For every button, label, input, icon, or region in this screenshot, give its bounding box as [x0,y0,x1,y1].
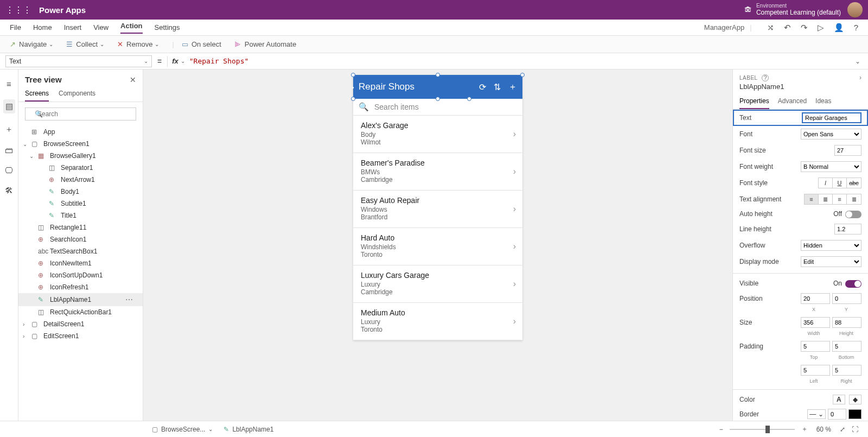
treeview-icon[interactable]: ▤ [3,99,15,113]
align-left-button[interactable]: ≡ [805,194,819,204]
align-right-button[interactable]: ≡ [833,194,847,204]
fontsize-input[interactable] [834,145,861,156]
add-icon[interactable]: ＋ [508,81,517,93]
align-center-button[interactable]: ≣ [819,194,833,204]
autoheight-toggle[interactable] [845,211,861,218]
zoom-slider[interactable] [730,429,795,430]
tab-screens[interactable]: Screens [25,86,49,102]
tab-advanced[interactable]: Advanced [778,94,807,109]
formula-expand-icon[interactable]: ⌄ [855,58,860,65]
node-searchicon[interactable]: ⊕SearchIcon1 [18,233,143,245]
node-iconsort[interactable]: ⊕IconSortUpDown1 [18,269,143,281]
gallery-item[interactable]: Beamer's ParadiseBMWsCambridge› [353,153,522,191]
menu-view[interactable]: View [93,23,108,31]
menu-file[interactable]: File [10,23,21,31]
sort-icon[interactable]: ⇅ [494,82,501,92]
text-input[interactable] [802,112,861,123]
pad-bottom-input[interactable] [832,341,861,352]
gallery-item[interactable]: Medium AutoLuxuryToronto› [353,303,522,340]
info-icon[interactable]: ? [762,74,769,81]
align-segment[interactable]: ≡ ≣ ≡ ≣ [804,194,861,205]
position-x-input[interactable] [801,293,830,304]
fontstyle-segment[interactable]: I U abc [818,178,861,188]
lineheight-input[interactable] [834,224,861,235]
device-header[interactable]: • Repair Shops ⟳ ⇅ ＋ [353,75,522,99]
onselect-button[interactable]: ▭ On select [182,40,221,48]
play-icon[interactable]: ▷ [818,23,824,33]
chevron-right-icon[interactable]: › [513,242,516,251]
canvas[interactable]: • Repair Shops ⟳ ⇅ ＋ 🔍 Search items Alex… [143,69,732,421]
italic-button[interactable]: I [819,178,833,188]
chevron-right-icon[interactable]: › [513,129,516,139]
help-icon[interactable]: ? [854,23,858,32]
size-w-input[interactable] [801,317,830,328]
formula-text[interactable]: "Repair Shops" [189,57,855,65]
app-launcher-icon[interactable]: ⋮⋮⋮ [5,5,31,15]
node-browsescreen[interactable]: ⌄▢BrowseScreen1 [18,138,143,150]
collect-button[interactable]: ☰ Collect ⌄ [66,40,104,48]
chevron-right-icon[interactable]: › [513,204,516,214]
refresh-icon[interactable]: ⟳ [479,82,486,92]
node-iconnewitem[interactable]: ⊕IconNewItem1 [18,257,143,269]
gallery-item[interactable]: Alex's GarageBodyWilmot› [353,116,522,153]
media-icon[interactable]: 🖵 [5,166,13,175]
pad-right-input[interactable] [832,365,861,376]
tab-properties[interactable]: Properties [739,94,769,109]
skip-icon[interactable]: ⤭ [767,23,774,33]
fullscreen-button[interactable]: ⛶ [852,426,858,433]
tab-ideas[interactable]: Ideas [815,94,831,109]
gallery-item[interactable]: Easy Auto RepairWindowsBrantford› [353,191,522,228]
node-browsegallery[interactable]: ⌄▦BrowseGallery1 [18,150,143,162]
remove-button[interactable]: ✕ Remove ⌄ [117,40,159,48]
node-title[interactable]: ✎Title1 [18,210,143,221]
close-icon[interactable]: ✕ [130,75,136,84]
gallery-item[interactable]: Hard AutoWindshieldsToronto› [353,228,522,265]
chevron-right-icon[interactable]: › [513,279,516,289]
hamburger-icon[interactable]: ≡ [7,79,11,88]
powerautomate-button[interactable]: ⫸ Power Automate [234,40,296,48]
avatar[interactable] [847,2,863,17]
chevron-right-icon[interactable]: › [513,167,516,176]
zoom-in-button[interactable]: ＋ [801,425,808,434]
font-select[interactable]: Open Sans [801,129,861,140]
underline-button[interactable]: U [833,178,847,188]
visible-toggle[interactable] [845,280,861,288]
node-detailscreen[interactable]: ›▢DetailScreen1 [18,318,143,330]
share-icon[interactable]: 👤 [834,23,844,33]
chevron-right-icon[interactable]: › [513,316,516,326]
position-y-input[interactable] [832,293,861,304]
node-subtitle[interactable]: ✎Subtitle1 [18,198,143,210]
property-dropdown[interactable]: Text ⌄ [5,55,152,67]
undo-icon[interactable]: ↶ [784,23,791,33]
fx-icon[interactable]: fx [172,57,178,65]
environment-picker[interactable]: 🏚 Environment Competent Learning (defaul… [744,3,841,16]
breadcrumb-control[interactable]: ✎ LblAppName1 [224,426,273,433]
node-editscreen[interactable]: ›▢EditScreen1 [18,330,143,342]
tab-components[interactable]: Components [59,86,95,102]
navigate-button[interactable]: ↗ Navigate ⌄ [10,40,53,48]
redo-icon[interactable]: ↷ [801,23,808,33]
node-textsearchbox[interactable]: abcTextSearchBox1 [18,245,143,257]
node-rectangle[interactable]: ◫Rectangle11 [18,221,143,233]
size-h-input[interactable] [832,317,861,328]
overflow-select[interactable]: Hidden [801,240,861,251]
fit-button[interactable]: ⤢ [840,426,845,433]
displaymode-select[interactable]: Edit [801,256,861,267]
node-nextarrow[interactable]: ⊕NextArrow1 [18,174,143,186]
node-rectquick[interactable]: ◫RectQuickActionBar1 [18,306,143,318]
device-search[interactable]: 🔍 Search items [353,99,522,116]
insert-icon[interactable]: ＋ [5,124,13,135]
strike-button[interactable]: abc [847,178,861,188]
collapse-icon[interactable]: › [859,74,861,81]
node-more-icon[interactable]: ⋯ [125,295,138,304]
fx-chevron-icon[interactable]: ⌄ [181,58,185,64]
menu-settings[interactable]: Settings [155,23,180,31]
zoom-out-button[interactable]: − [719,426,723,433]
node-lblappname[interactable]: ✎LblAppName1⋯ [18,293,143,306]
align-justify-button[interactable]: ≣ [847,194,861,204]
breadcrumb-screen[interactable]: ▢ BrowseScree... ⌄ [152,426,213,433]
menu-insert[interactable]: Insert [64,23,82,31]
menu-action[interactable]: Action [120,22,142,34]
menu-home[interactable]: Home [33,23,52,31]
pad-left-input[interactable] [801,365,830,376]
